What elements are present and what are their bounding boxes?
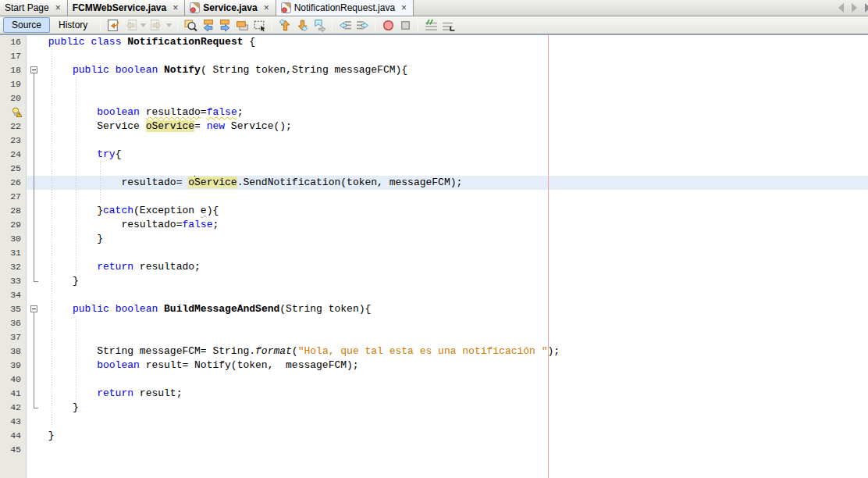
code-text[interactable]: boolean result= Notify(token, messageFCM… <box>42 358 868 373</box>
code-text[interactable]: resultado= oService.SendNotification(tok… <box>42 176 868 190</box>
code-line-34[interactable]: 34 <box>0 288 868 302</box>
code-line-27[interactable]: 27 <box>0 190 868 204</box>
code-text[interactable]: public class NotificationRequest { <box>42 35 868 49</box>
forward-dropdown-icon[interactable] <box>165 17 173 34</box>
code-text[interactable] <box>42 49 868 63</box>
code-text[interactable]: String messageFCM= String.format("Hola, … <box>42 344 868 358</box>
history-view-button[interactable]: History <box>50 17 96 33</box>
back-dropdown-icon[interactable] <box>139 17 148 34</box>
code-line-19[interactable]: 19 <box>0 77 868 91</box>
code-text[interactable]: } <box>42 274 868 288</box>
code-text[interactable] <box>42 330 868 344</box>
find-next-icon[interactable] <box>216 17 233 34</box>
code-line-29[interactable]: 29 resultado=false; <box>0 218 868 232</box>
find-previous-icon[interactable] <box>199 17 216 34</box>
code-text[interactable] <box>42 134 868 148</box>
code-text[interactable]: }catch(Exception e){ <box>42 204 868 218</box>
close-icon[interactable]: × <box>400 3 407 12</box>
code-line-45[interactable]: 45 <box>0 443 868 457</box>
code-text[interactable]: resultado=false; <box>42 218 868 232</box>
tab-label: NotificationRequest.java <box>294 2 395 13</box>
code-line-44[interactable]: 44 } <box>0 429 868 443</box>
code-text[interactable] <box>42 316 868 330</box>
code-line-40[interactable]: 40 <box>0 373 868 387</box>
code-text[interactable] <box>42 288 868 302</box>
code-text[interactable]: } <box>42 429 868 443</box>
code-line-22[interactable]: 22 Service oService= new Service(); <box>0 120 868 134</box>
code-text[interactable]: } <box>42 232 868 246</box>
tab-notificationrequest-java[interactable]: NotificationRequest.java× <box>276 0 414 16</box>
code-text[interactable] <box>42 373 868 387</box>
next-bookmark-icon[interactable] <box>293 17 311 34</box>
record-macro-icon[interactable] <box>379 17 397 34</box>
stop-macro-icon[interactable] <box>397 17 414 34</box>
tab-fcmwebservice-java[interactable]: FCMWebService.java× <box>68 0 186 16</box>
code-text[interactable]: Service oService= new Service(); <box>42 120 868 134</box>
close-icon[interactable]: × <box>172 3 179 12</box>
fold-collapse-icon[interactable] <box>27 63 42 77</box>
code-text[interactable]: public boolean Notify( String token,Stri… <box>42 63 868 77</box>
code-text[interactable]: return result; <box>42 387 868 401</box>
code-text[interactable]: public boolean BuildMessageAndSend(Strin… <box>42 302 868 316</box>
code-line-20[interactable]: 20 <box>0 91 868 105</box>
code-line-37[interactable]: 37 <box>0 330 868 344</box>
code-line-39[interactable]: 39 boolean result= Notify(token, message… <box>0 358 868 373</box>
tab-list-menu-icon[interactable] <box>865 3 868 12</box>
code-text[interactable]: } <box>42 401 868 415</box>
code-line-42[interactable]: 42 } <box>0 401 868 415</box>
comment-icon[interactable] <box>422 17 439 34</box>
find-selection-icon[interactable] <box>182 17 199 34</box>
tab-start-page[interactable]: Start Page× <box>0 0 68 16</box>
editor-toolbar: Source History <box>0 16 868 34</box>
code-text[interactable] <box>42 91 868 105</box>
tab-label: Service.java <box>203 2 257 13</box>
forward-icon[interactable] <box>148 17 165 34</box>
back-icon[interactable] <box>122 17 139 34</box>
code-line-26[interactable]: 26 resultado= oService.SendNotification(… <box>0 176 868 190</box>
previous-bookmark-icon[interactable] <box>276 17 293 34</box>
code-line-33[interactable]: 33 } <box>0 274 868 288</box>
toggle-bookmark-icon[interactable] <box>311 17 328 34</box>
code-line-32[interactable]: 32 return resultado; <box>0 260 868 274</box>
code-line-30[interactable]: 30 } <box>0 232 868 246</box>
shift-line-right-icon[interactable] <box>354 17 371 34</box>
code-text[interactable] <box>42 190 868 204</box>
uncomment-icon[interactable] <box>439 17 457 34</box>
code-line-35[interactable]: 35 public boolean BuildMessageAndSend(St… <box>0 302 868 316</box>
code-line-17[interactable]: 17 <box>0 49 868 63</box>
code-text[interactable] <box>42 246 868 260</box>
code-line-16[interactable]: 16 public class NotificationRequest { <box>0 35 868 49</box>
rectangular-selection-icon[interactable] <box>251 17 268 34</box>
fold-column <box>27 344 42 358</box>
code-text[interactable]: return resultado; <box>42 260 868 274</box>
code-line-31[interactable]: 31 <box>0 246 868 260</box>
close-icon[interactable]: × <box>263 3 270 12</box>
line-number <box>0 105 27 120</box>
code-line-21[interactable]: boolean resultado=false; <box>0 105 868 120</box>
code-line-43[interactable]: 43 <box>0 415 868 429</box>
code-line-23[interactable]: 23 <box>0 134 868 148</box>
shift-line-left-icon[interactable] <box>336 17 354 34</box>
code-line-18[interactable]: 18 public boolean Notify( String token,S… <box>0 63 868 77</box>
code-text[interactable]: try{ <box>42 148 868 162</box>
code-line-38[interactable]: 38 String messageFCM= String.format("Hol… <box>0 344 868 358</box>
tab-service-java[interactable]: Service.java× <box>185 0 276 16</box>
last-edit-icon[interactable] <box>105 17 122 34</box>
code-line-36[interactable]: 36 <box>0 316 868 330</box>
fold-collapse-icon[interactable] <box>27 302 42 316</box>
code-text[interactable] <box>42 77 868 91</box>
code-line-28[interactable]: 28 }catch(Exception e){ <box>0 204 868 218</box>
scroll-tabs-left-icon[interactable] <box>838 3 844 12</box>
toggle-highlight-icon[interactable] <box>233 17 251 34</box>
code-line-41[interactable]: 41 return result; <box>0 387 868 401</box>
code-text[interactable] <box>42 443 868 457</box>
code-line-25[interactable]: 25 <box>0 162 868 176</box>
close-icon[interactable]: × <box>55 3 62 12</box>
code-text[interactable] <box>42 162 868 176</box>
code-editor[interactable]: 16 public class NotificationRequest {171… <box>0 35 868 478</box>
code-text[interactable]: boolean resultado=false; <box>42 105 868 120</box>
scroll-tabs-right-icon[interactable] <box>852 3 857 12</box>
source-view-button[interactable]: Source <box>3 17 50 33</box>
code-text[interactable] <box>42 415 868 429</box>
code-line-24[interactable]: 24 try{ <box>0 148 868 162</box>
